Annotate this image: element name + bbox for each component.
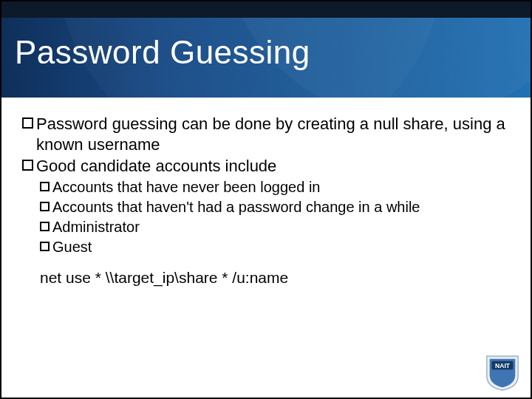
title-band: Password Guessing — [1, 18, 531, 98]
sub-bullet-text: Administrator — [52, 218, 140, 236]
command-line-text: net use * \\target_ip\share * /u:name — [22, 268, 510, 287]
sub-bullet-item: Administrator — [40, 218, 510, 236]
bullet-item: Password guessing can be done by creatin… — [22, 114, 510, 154]
sub-bullet-text: Guest — [52, 238, 92, 256]
nait-logo: NAIT — [485, 355, 520, 392]
sub-bullet-text: Accounts that have never been logged in — [52, 178, 320, 197]
square-bullet-icon — [22, 117, 33, 129]
logo-text: NAIT — [495, 362, 511, 369]
sub-bullet-item: Guest — [40, 238, 510, 256]
bullet-text: Password guessing can be done by creatin… — [36, 114, 510, 154]
top-bar — [1, 1, 531, 18]
square-bullet-icon — [40, 182, 50, 191]
square-bullet-icon — [22, 160, 33, 171]
square-bullet-icon — [40, 202, 50, 211]
bullet-item: Good candidate accounts include — [22, 156, 510, 177]
slide: Password Guessing Password guessing can … — [0, 0, 532, 399]
sub-bullet-item: Accounts that haven't had a password cha… — [40, 198, 510, 216]
square-bullet-icon — [40, 222, 50, 231]
slide-title: Password Guessing — [15, 34, 310, 71]
sub-bullet-item: Accounts that have never been logged in — [40, 178, 510, 197]
bullet-text: Good candidate accounts include — [36, 156, 276, 177]
sub-bullets: Accounts that have never been logged in … — [22, 178, 510, 256]
sub-bullet-text: Accounts that haven't had a password cha… — [52, 198, 420, 216]
slide-body: Password guessing can be done by creatin… — [1, 98, 531, 398]
square-bullet-icon — [40, 242, 50, 251]
